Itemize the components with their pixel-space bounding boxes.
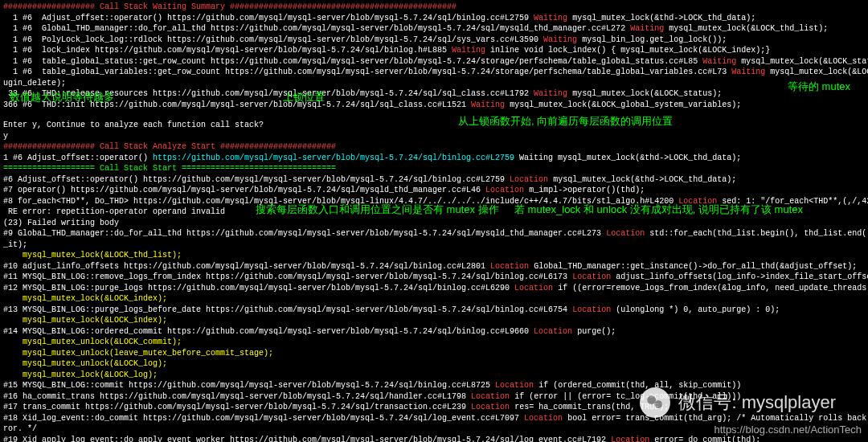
waiting-keyword: Waiting — [630, 24, 664, 33]
stack-line: (23) Failed writing body — [3, 218, 865, 229]
waiting-keyword: Waiting — [471, 100, 505, 109]
location-keyword: Location — [495, 381, 534, 390]
svg-point-0 — [648, 395, 657, 404]
mutex-line: mysql_mutex_lock(&LOCK_index); — [3, 315, 865, 326]
location-keyword: Location — [524, 414, 563, 423]
stack-line: #13 MYSQL_BIN_LOG::purge_logs_before_dat… — [3, 305, 865, 316]
location-keyword: Location — [572, 272, 611, 281]
waiting-line: 366 #6 THD::init https://github.com/mysq… — [3, 100, 865, 111]
annotation-count: 数值越大说明等待越多 — [10, 90, 114, 104]
mutex-line: mysql_mutex_lock(&LOCK_index); — [3, 293, 865, 305]
source-link[interactable]: https://github.com/mysql/mysql-server/bl… — [153, 153, 514, 162]
location-keyword: Location — [606, 229, 645, 238]
location-keyword: Location — [534, 327, 572, 336]
stack-line: #7 operator() https://github.com/mysql/m… — [3, 185, 865, 196]
mutex-line: mysql_mutex_lock(&LOCK_thd_list); — [3, 250, 865, 261]
stack-line: _it); — [3, 239, 865, 251]
call-stack-start: =================== Call Stack Start ===… — [3, 163, 865, 174]
header: ################### Call Stack Waiting S… — [3, 2, 865, 13]
waiting-keyword: Waiting — [534, 14, 567, 23]
location-keyword: Location — [611, 436, 649, 443]
waiting-keyword: Waiting — [543, 35, 577, 44]
location-keyword: Location — [490, 262, 529, 271]
stack-line: #14 MYSQL_BIN_LOG::ordered_commit https:… — [3, 326, 865, 338]
waiting-line: 33 #6 THD::release_resources https://git… — [3, 88, 865, 100]
waiting-keyword: Waiting — [452, 46, 485, 55]
stack-line: #9 Global_THD_manager::do_for_all_thd ht… — [3, 228, 865, 239]
stack-line: #11 MYSQL_BIN_LOG::remove_logs_from_inde… — [3, 272, 865, 283]
svg-point-1 — [655, 400, 663, 408]
waiting-keyword: Waiting — [534, 89, 567, 98]
waiting-line: 1 #6 Adjust_offset::operator() https://g… — [3, 13, 865, 24]
analyze-start: ################### Call Stack Analyze S… — [3, 141, 865, 153]
wechat-icon — [640, 387, 670, 418]
annotation-waitmutex: 等待的 mutex — [788, 80, 850, 94]
watermark: 微信号: mysqlplayer — [640, 387, 836, 418]
location-keyword: Location — [471, 392, 510, 401]
terminal-output: ################### Call Stack Waiting S… — [3, 2, 865, 442]
waiting-line: 1 #6 lock_index https://github.com/mysql… — [3, 45, 865, 56]
csdn-watermark: https://blog.csdn.net/ActionTech — [714, 423, 862, 437]
mutex-line: mysql_mutex_lock(&LOCK_log); — [3, 370, 865, 381]
location-keyword: Location — [572, 305, 611, 314]
stack-line: #6 Adjust_offset::operator() https://git… — [3, 174, 865, 186]
prompt-y: y — [3, 131, 865, 142]
waiting-line: ugin_delete); — [3, 78, 865, 89]
mutex-line: mysql_mutex_unlock(&LOCK_commit); — [3, 337, 865, 348]
waiting-keyword: Waiting — [702, 57, 736, 66]
annotation-search: 搜索每层函数入口和调用位置之间是否有 mutex 操作 — [256, 203, 499, 217]
annotation-lockpos: 上锁位置 — [283, 90, 325, 104]
location-keyword: Location — [510, 175, 548, 184]
waiting-line: 1 #6 Global_THD_manager::do_for_all_thd … — [3, 23, 865, 35]
location-keyword: Location — [471, 403, 510, 411]
mutex-line: mysql_mutex_unlock(&LOCK_log); — [3, 358, 865, 370]
mutex-line: mysql_mutex_unlock(leave_mutex_before_co… — [3, 348, 865, 359]
annotation-traverse: 从上锁函数开始, 向前遍历每层函数的调用位置 — [458, 114, 673, 129]
location-keyword: Location — [514, 284, 553, 293]
waiting-line: 1 #6 PolyLock_lock_log::rdlock https://g… — [3, 35, 865, 46]
prompt: Enter y, Continue to analyze each functi… — [3, 121, 264, 129]
stack-line: #10 adjust_linfo_offsets https://github.… — [3, 261, 865, 272]
annotation-held: 若 mutex_lock 和 unlock 没有成对出现, 说明已持有了该 mu… — [514, 203, 803, 217]
waiting-line: 1 #6 table_global_status::get_row_count … — [3, 56, 865, 68]
stack-line: #12 MYSQL_BIN_LOG::purge_logs https://gi… — [3, 283, 865, 294]
waiting-keyword: Waiting — [731, 68, 765, 76]
location-keyword: Location — [485, 186, 524, 194]
waiting-line: 1 #6 table_global_variables::get_row_cou… — [3, 67, 865, 78]
